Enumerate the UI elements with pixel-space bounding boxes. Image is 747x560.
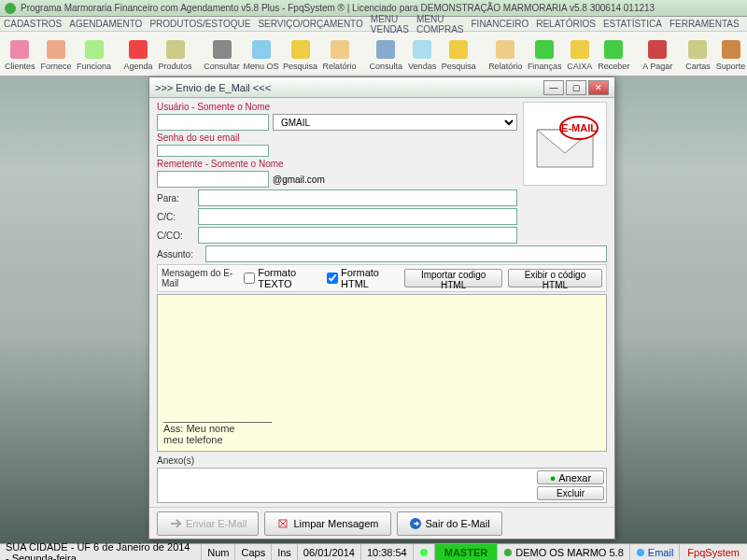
toolbar-icon bbox=[163, 37, 188, 62]
email-image: E-MAIL bbox=[523, 102, 607, 186]
maximize-button[interactable]: ▢ bbox=[566, 80, 586, 95]
para-input[interactable] bbox=[198, 189, 517, 206]
anexos-list[interactable] bbox=[158, 469, 535, 502]
svg-rect-16 bbox=[571, 40, 589, 59]
toolbar-funciona[interactable]: Funciona bbox=[77, 34, 112, 75]
label-senha: Senha do seu email bbox=[157, 133, 517, 143]
menu-financeiro[interactable]: FINANCEIRO bbox=[472, 19, 529, 29]
menu-relatorios[interactable]: RELATÓRIOS bbox=[536, 19, 596, 29]
toolbar-relatório[interactable]: Relatório bbox=[487, 34, 523, 75]
svg-rect-12 bbox=[413, 40, 431, 59]
svg-rect-19 bbox=[688, 40, 707, 59]
toolbar-relatório[interactable]: Relatório bbox=[322, 34, 358, 75]
importar-html-button[interactable]: Importar codigo HTML bbox=[404, 269, 502, 287]
svg-rect-4 bbox=[85, 40, 104, 59]
close-button[interactable]: ✕ bbox=[588, 80, 609, 95]
toolbar-icon bbox=[44, 37, 68, 62]
toolbar-icon bbox=[601, 37, 626, 62]
limpar-button[interactable]: Limpar Mensagem bbox=[264, 511, 390, 536]
send-icon bbox=[169, 517, 182, 530]
status-demo: DEMO OS MARMO 5.8 bbox=[498, 544, 630, 560]
svg-rect-10 bbox=[331, 40, 349, 59]
exit-icon bbox=[409, 517, 422, 530]
sair-button[interactable]: Sair do E-Mail bbox=[397, 511, 502, 536]
svg-rect-9 bbox=[291, 40, 310, 59]
cco-input[interactable] bbox=[198, 227, 517, 244]
dialog-titlebar: >>> Envio de E_Mail <<< — ▢ ✕ bbox=[149, 77, 614, 98]
toolbar-icon bbox=[374, 37, 398, 62]
excluir-button[interactable]: Excluir bbox=[537, 486, 604, 500]
toolbar-clientes[interactable]: Clientes bbox=[4, 34, 36, 75]
status-ins: Ins bbox=[272, 544, 298, 560]
enviar-button[interactable]: Enviar E-Mail bbox=[157, 511, 259, 536]
toolbar-menu os[interactable]: Menu OS bbox=[244, 34, 279, 75]
menu-estatistica[interactable]: ESTATÍSTICA bbox=[603, 19, 662, 29]
menu-compras[interactable]: MENU COMPRAS bbox=[416, 14, 464, 35]
toolbar-caixa[interactable]: CAIXA bbox=[566, 34, 593, 75]
email-suffix: @gmail.com bbox=[273, 175, 325, 185]
menubar: CADASTROS AGENDAMENTO PRODUTOS/ESTOQUE S… bbox=[0, 17, 747, 32]
toolbar-icon bbox=[446, 37, 471, 62]
svg-rect-11 bbox=[376, 40, 395, 59]
status-time: 10:38:54 bbox=[361, 544, 414, 560]
status-caps: Caps bbox=[235, 544, 272, 560]
menu-ferramentas[interactable]: FERRAMENTAS bbox=[669, 19, 740, 29]
status-master: MASTER bbox=[435, 544, 498, 560]
dialog-title: >>> Envio de E_Mail <<< bbox=[155, 82, 543, 93]
svg-rect-17 bbox=[604, 40, 623, 59]
svg-point-29 bbox=[637, 549, 644, 556]
signature-name: Ass: Meu nome bbox=[163, 423, 272, 434]
toolbar-icon bbox=[685, 37, 710, 62]
status-fpq: FpqSystem bbox=[680, 547, 747, 558]
toolbar-icon bbox=[249, 37, 274, 62]
toolbar-agenda[interactable]: Agenda bbox=[123, 34, 154, 75]
toolbar-receber[interactable]: Receber bbox=[597, 34, 630, 75]
menu-servico[interactable]: SERVIÇO/ORÇAMENTO bbox=[258, 19, 362, 29]
svg-point-28 bbox=[504, 549, 512, 556]
toolbar-pesquisa[interactable]: Pesquisa bbox=[283, 34, 318, 75]
remetente-input[interactable] bbox=[157, 171, 269, 188]
formato-texto-checkbox[interactable]: Formato TEXTO bbox=[244, 267, 321, 289]
provider-select[interactable]: GMAIL bbox=[273, 114, 517, 131]
toolbar-cartas[interactable]: Cartas bbox=[684, 34, 712, 75]
toolbar-produtos[interactable]: Produtos bbox=[158, 34, 193, 75]
toolbar-icon bbox=[719, 37, 743, 62]
toolbar-suporte[interactable]: Suporte bbox=[715, 34, 747, 75]
formato-html-checkbox[interactable]: Formato HTML bbox=[327, 267, 399, 289]
exibir-html-button[interactable]: Exibir o código HTML bbox=[508, 269, 602, 287]
menu-agendamento[interactable]: AGENDAMENTO bbox=[69, 19, 142, 29]
svg-point-27 bbox=[420, 549, 428, 556]
toolbar-icon bbox=[645, 37, 669, 62]
toolbar-pesquisa[interactable]: Pesquisa bbox=[441, 34, 476, 75]
toolbar-fornece[interactable]: Fornece bbox=[40, 34, 73, 75]
menu-vendas[interactable]: MENU VENDAS bbox=[371, 14, 409, 35]
svg-rect-13 bbox=[449, 40, 468, 59]
toolbar-icon bbox=[328, 37, 352, 62]
app-title: Programa Marmoraria Financeiro com Agend… bbox=[21, 3, 655, 13]
toolbar-vendas[interactable]: Vendas bbox=[407, 34, 437, 75]
cc-input[interactable] bbox=[198, 208, 517, 225]
menu-produtos[interactable]: PRODUTOS/ESTOQUE bbox=[149, 19, 250, 29]
status-num: Num bbox=[202, 544, 235, 560]
usuario-input[interactable] bbox=[157, 114, 269, 131]
minimize-button[interactable]: — bbox=[543, 80, 564, 95]
svg-rect-15 bbox=[535, 40, 554, 59]
svg-rect-18 bbox=[648, 40, 667, 59]
toolbar-a pagar[interactable]: A Pagar bbox=[641, 34, 673, 75]
toolbar-consultar[interactable]: Consultar bbox=[204, 34, 240, 75]
assunto-input[interactable] bbox=[205, 245, 607, 262]
svg-point-0 bbox=[5, 3, 16, 14]
menu-cadastros[interactable]: CADASTROS bbox=[4, 19, 62, 29]
senha-input[interactable] bbox=[157, 145, 269, 157]
signature-line: ___________________ bbox=[163, 412, 272, 423]
toolbar-icon bbox=[7, 37, 32, 62]
svg-rect-2 bbox=[10, 40, 29, 59]
toolbar-finanças[interactable]: Finanças bbox=[527, 34, 562, 75]
toolbar-icon bbox=[493, 37, 517, 62]
anexar-button[interactable]: ● Anexar bbox=[537, 470, 604, 484]
message-textarea[interactable]: ___________________ Ass: Meu nome meu te… bbox=[157, 294, 607, 452]
toolbar-consulta[interactable]: Consulta bbox=[369, 34, 404, 75]
email-dialog: >>> Envio de E_Mail <<< — ▢ ✕ Usuário - … bbox=[148, 77, 615, 539]
toolbar-icon bbox=[532, 37, 557, 62]
status-email[interactable]: Email bbox=[630, 544, 681, 560]
